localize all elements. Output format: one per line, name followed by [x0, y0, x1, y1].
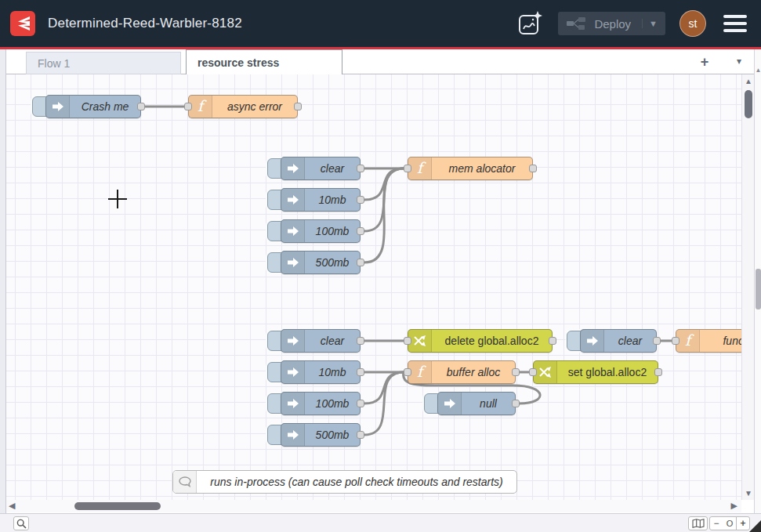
output-port[interactable] [357, 165, 364, 172]
flow-list-caret-icon[interactable]: ▾ [737, 56, 741, 67]
inject-arrow-icon [287, 163, 299, 174]
node-comment-comment1[interactable]: runs in-process (can cause poll check ti… [172, 470, 517, 494]
inject-icon [281, 157, 305, 179]
node-label: 500mb [305, 424, 360, 446]
deploy-button[interactable]: Deploy ▼ [558, 12, 665, 35]
change-shuffle-icon [414, 335, 426, 346]
navigator-button[interactable] [688, 516, 708, 530]
node-function-asyncerr[interactable]: fasync error [188, 95, 298, 118]
output-port[interactable] [137, 103, 145, 110]
deploy-options-caret[interactable]: ▼ [642, 19, 658, 28]
node-label: runs in-process (can cause poll check ti… [197, 471, 516, 493]
window-resize-grip[interactable] [749, 520, 761, 532]
input-port[interactable] [404, 165, 411, 172]
tab-flow-1[interactable]: Flow 1 [26, 52, 181, 74]
flow-canvas[interactable]: Crash mefasync errorclear10mb100mb500mbf… [6, 74, 741, 500]
add-flow-button[interactable]: + [696, 53, 713, 71]
output-port[interactable] [357, 400, 364, 407]
output-port[interactable] [512, 368, 520, 376]
output-port[interactable] [294, 103, 302, 110]
scroll-right-icon[interactable]: ▶ [731, 501, 737, 511]
input-port[interactable] [672, 337, 679, 345]
node-inject-b_500[interactable]: 500mb [281, 251, 361, 274]
node-change-setalloc[interactable]: set global.alloc2 [533, 360, 658, 384]
footer-toolbar: − O + [0, 513, 761, 532]
node-label: 10mb [305, 361, 360, 383]
inject-icon [438, 393, 462, 414]
change-icon [534, 361, 557, 383]
window-scroll-up-icon[interactable]: ▲ [755, 67, 761, 74]
output-port[interactable] [653, 337, 661, 345]
node-inject-crash[interactable]: Crash me [45, 95, 141, 118]
wires-layer [6, 74, 741, 500]
wire-b_10-memalloc[interactable] [364, 168, 404, 200]
node-label: clear [305, 330, 360, 352]
output-port[interactable] [357, 227, 364, 235]
crosshair-cursor [117, 190, 118, 208]
zoom-in-button[interactable]: + [736, 516, 750, 530]
node-inject-c_100[interactable]: 100mb [281, 392, 361, 415]
horizontal-scrollbar[interactable]: ◀ ▶ [6, 500, 741, 512]
inject-arrow-icon [586, 335, 599, 346]
zoom-reset-button[interactable]: O [723, 516, 737, 530]
node-label: mem alocator [432, 157, 532, 179]
inject-icon [281, 252, 305, 273]
node-inject-b_100[interactable]: 100mb [281, 219, 361, 243]
flowfuse-logo-icon[interactable] [10, 11, 35, 36]
node-function-bufalloc[interactable]: fbuffer alloc [408, 360, 516, 384]
output-port[interactable] [512, 400, 520, 407]
node-inject-c_500[interactable]: 500mb [281, 423, 361, 447]
node-inject-b_10[interactable]: 10mb [281, 188, 361, 212]
window-scroll-thumb[interactable] [756, 269, 761, 309]
node-label: 100mb [305, 393, 360, 414]
wire-b_500-memalloc[interactable] [364, 168, 404, 262]
node-inject-c_clear[interactable]: clear [281, 329, 361, 353]
input-port[interactable] [184, 103, 192, 110]
node-function-func2[interactable]: ffunction [676, 329, 741, 353]
node-inject-nullnode[interactable]: null [437, 392, 516, 415]
window-scrollbar[interactable]: ▲ [754, 49, 761, 532]
output-port[interactable] [357, 196, 364, 204]
input-port[interactable] [404, 337, 411, 345]
node-label: null [462, 393, 515, 414]
vertical-scroll-thumb[interactable] [745, 90, 752, 118]
wire-c_100-bufalloc[interactable] [364, 372, 404, 404]
main-menu-icon[interactable] [720, 12, 750, 35]
flow-editor-window: Determined-Reed-Warbler-8182 Deploy [0, 0, 761, 532]
wire-b_100-memalloc[interactable] [364, 168, 404, 231]
tab-resource-stress[interactable]: resource stress [186, 49, 342, 74]
node-inject-c_clear2[interactable]: clear [580, 329, 657, 353]
inject-arrow-icon [287, 429, 299, 440]
instance-title: Determined-Reed-Warbler-8182 [48, 16, 242, 31]
node-label: async error [212, 96, 297, 118]
flow-assistant-icon[interactable] [516, 9, 544, 38]
inject-icon [281, 361, 305, 383]
node-function-memalloc[interactable]: fmem alocator [408, 157, 533, 180]
node-inject-c_10[interactable]: 10mb [281, 360, 361, 384]
change-shuffle-icon [539, 367, 552, 378]
search-button[interactable] [13, 516, 29, 530]
scroll-up-icon[interactable]: ▲ [742, 77, 755, 85]
node-label: function [700, 330, 741, 352]
input-port[interactable] [529, 368, 537, 376]
map-icon [692, 519, 705, 528]
inject-arrow-icon [52, 101, 64, 112]
input-port[interactable] [404, 368, 411, 376]
scroll-left-icon[interactable]: ◀ [9, 501, 15, 511]
output-port[interactable] [357, 259, 364, 266]
output-port[interactable] [549, 337, 556, 345]
scroll-down-icon[interactable]: ▼ [742, 489, 755, 498]
node-inject-b_clear[interactable]: clear [281, 157, 361, 180]
node-change-delalloc[interactable]: delete global.alloc2 [408, 329, 553, 353]
horizontal-scroll-thumb[interactable] [74, 502, 161, 510]
output-port[interactable] [654, 368, 662, 376]
output-port[interactable] [357, 337, 364, 345]
output-port[interactable] [357, 368, 364, 376]
wire-c_500-bufalloc[interactable] [364, 372, 404, 435]
output-port[interactable] [357, 431, 364, 439]
output-port[interactable] [529, 165, 537, 172]
vertical-scrollbar[interactable]: ▲ ▼ [741, 74, 754, 500]
zoom-out-button[interactable]: − [709, 516, 723, 530]
user-avatar[interactable]: st [679, 10, 706, 37]
deploy-icon [566, 16, 586, 31]
